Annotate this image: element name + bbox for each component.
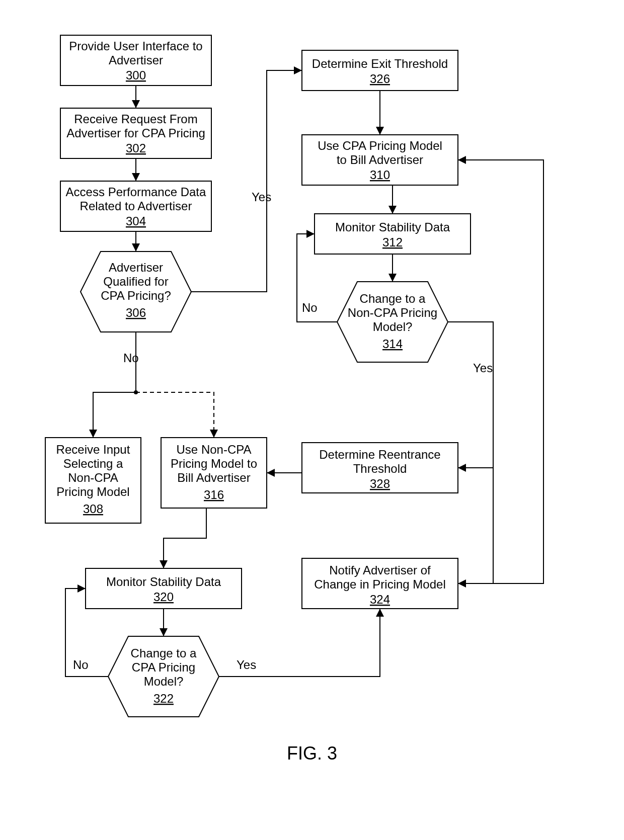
edge-310-312 [388, 185, 397, 214]
node-300: Provide User Interface to Advertiser 300 [60, 35, 211, 86]
svg-text:Monitor Stability Data: Monitor Stability Data [106, 575, 221, 589]
svg-marker-76 [160, 560, 168, 568]
svg-text:310: 310 [370, 168, 390, 182]
node-328: Determine Reentrance Threshold 328 [302, 443, 458, 493]
svg-marker-69 [458, 464, 466, 472]
svg-marker-67 [306, 230, 315, 238]
svg-marker-73 [89, 430, 97, 438]
node-312: Monitor Stability Data 312 [315, 214, 471, 254]
edge-304-306 [132, 231, 140, 251]
node-302: Receive Request From Advertiser for CPA … [60, 108, 211, 158]
svg-text:Advertiser: Advertiser [109, 261, 163, 274]
svg-text:CPA Pricing: CPA Pricing [132, 660, 195, 674]
svg-text:Monitor Stability Data: Monitor Stability Data [335, 220, 450, 234]
svg-text:Receive Request From: Receive Request From [74, 112, 197, 126]
svg-marker-59 [132, 100, 140, 108]
svg-marker-61 [132, 243, 140, 251]
svg-text:Determine Reentrance: Determine Reentrance [319, 448, 440, 461]
svg-text:306: 306 [126, 306, 146, 319]
svg-text:304: 304 [126, 214, 146, 228]
svg-text:Yes: Yes [252, 190, 271, 204]
edge-302-304 [132, 158, 140, 181]
svg-text:328: 328 [370, 477, 390, 490]
svg-marker-83 [458, 156, 466, 164]
node-304: Access Performance Data Related to Adver… [60, 181, 211, 231]
edge-312-314 [388, 254, 397, 282]
node-306: Advertiser Qualified for CPA Pricing? 30… [81, 251, 191, 332]
edge-326-310 [376, 91, 384, 135]
svg-marker-80 [376, 609, 384, 617]
svg-text:Pricing Model to: Pricing Model to [171, 457, 257, 470]
svg-text:to Bill Advertiser: to Bill Advertiser [337, 153, 423, 166]
svg-marker-64 [376, 127, 384, 135]
node-314: Change to a Non-CPA Pricing Model? 314 [337, 282, 448, 362]
svg-text:308: 308 [83, 502, 103, 516]
svg-text:322: 322 [153, 692, 174, 705]
svg-text:No: No [123, 351, 139, 365]
svg-text:No: No [302, 301, 318, 314]
svg-text:No: No [73, 658, 89, 671]
svg-text:324: 324 [370, 593, 390, 606]
svg-text:Threshold: Threshold [353, 462, 407, 475]
edge-328-316 [267, 469, 302, 477]
edge-306-326: Yes [191, 66, 302, 292]
svg-text:Use Non-CPA: Use Non-CPA [177, 443, 252, 456]
edge-junc-316 [136, 392, 218, 438]
svg-text:Selecting a: Selecting a [63, 457, 123, 470]
node-308: Receive Input Selecting a Non-CPA Pricin… [45, 438, 141, 523]
svg-marker-77 [160, 628, 168, 636]
edge-324-328 [458, 468, 493, 587]
node-310: Use CPA Pricing Model to Bill Advertiser… [302, 135, 458, 185]
svg-text:Change to a: Change to a [131, 646, 197, 660]
svg-marker-75 [267, 469, 275, 477]
edge-320-322 [160, 609, 168, 636]
figure-label: FIG. 3 [287, 743, 337, 764]
svg-text:302: 302 [126, 141, 146, 155]
svg-marker-74 [210, 430, 218, 438]
svg-text:Non-CPA: Non-CPA [68, 471, 118, 484]
svg-text:326: 326 [370, 72, 390, 86]
svg-text:Bill Advertiser: Bill Advertiser [177, 471, 250, 484]
svg-text:312: 312 [382, 235, 403, 249]
svg-text:Use CPA Pricing Model: Use CPA Pricing Model [318, 139, 442, 152]
svg-text:316: 316 [204, 488, 224, 501]
edge-322-324: Yes [219, 609, 384, 677]
svg-text:Related to Advertiser: Related to Advertiser [80, 199, 192, 213]
node-320: Monitor Stability Data 320 [86, 568, 242, 609]
svg-text:Qualified for: Qualified for [103, 275, 168, 288]
svg-text:Change in Pricing Model: Change in Pricing Model [314, 577, 445, 591]
svg-text:300: 300 [126, 68, 146, 82]
svg-marker-78 [77, 584, 86, 593]
svg-text:320: 320 [153, 590, 174, 604]
svg-text:Yes: Yes [237, 658, 256, 671]
svg-text:Pricing Model: Pricing Model [56, 485, 129, 498]
svg-text:Advertiser: Advertiser [109, 53, 163, 67]
edge-junc-308 [89, 392, 136, 438]
edge-306-no: No [123, 332, 139, 394]
node-324: Notify Advertiser of Change in Pricing M… [302, 558, 458, 609]
edge-300-302 [132, 86, 140, 108]
svg-text:Change to a: Change to a [360, 292, 426, 305]
svg-text:Advertiser for CPA Pricing: Advertiser for CPA Pricing [66, 126, 205, 140]
svg-text:Yes: Yes [473, 361, 493, 375]
svg-text:Access Performance Data: Access Performance Data [66, 185, 206, 199]
svg-text:Notify Advertiser of: Notify Advertiser of [329, 563, 431, 577]
svg-marker-66 [388, 274, 397, 282]
node-316: Use Non-CPA Pricing Model to Bill Advert… [161, 438, 267, 508]
svg-text:Model?: Model? [373, 320, 413, 333]
svg-marker-65 [388, 206, 397, 214]
svg-text:Determine Exit Threshold: Determine Exit Threshold [312, 57, 448, 70]
svg-text:Provide User Interface to: Provide User Interface to [69, 39, 202, 53]
svg-text:Non-CPA  Pricing: Non-CPA Pricing [348, 306, 437, 319]
svg-text:Receive Input: Receive Input [56, 443, 130, 456]
edge-316-320 [160, 508, 206, 568]
svg-marker-60 [132, 173, 140, 181]
svg-text:Model?: Model? [144, 675, 184, 688]
svg-text:CPA Pricing?: CPA Pricing? [101, 289, 171, 302]
svg-marker-82 [458, 579, 466, 587]
node-322: Change to a CPA Pricing Model? 322 [108, 636, 219, 717]
node-326: Determine Exit Threshold 326 [302, 50, 458, 91]
svg-text:314: 314 [382, 337, 403, 351]
svg-marker-62 [294, 66, 302, 74]
flowchart: Provide User Interface to Advertiser 300… [0, 0, 624, 840]
